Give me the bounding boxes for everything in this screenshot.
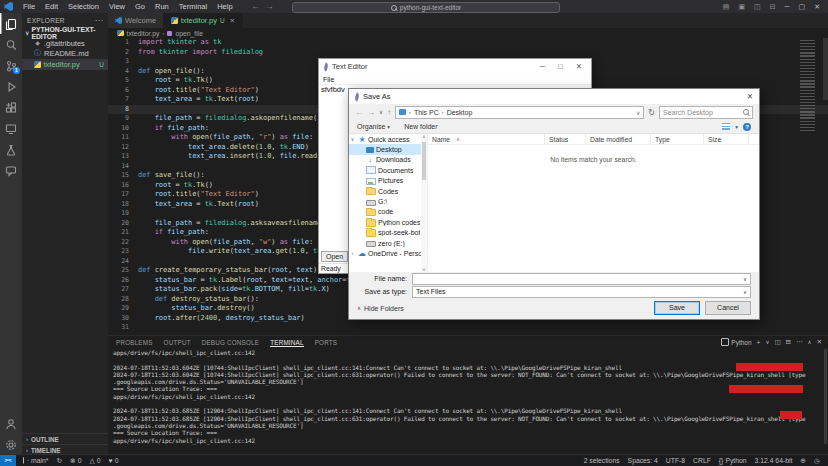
project-root-folder[interactable]: ∨ PYTHON-GUI-TEXT-EDITOR — [22, 27, 108, 38]
expander-icon[interactable]: › — [349, 250, 356, 256]
panel-tab-terminal[interactable]: TERMINAL — [270, 339, 303, 346]
column-size[interactable]: Size — [704, 134, 749, 144]
crumb-desktop[interactable]: Desktop — [447, 109, 473, 116]
help-icon[interactable]: ? — [743, 123, 751, 131]
nav-spot-seek-bot[interactable]: spot-seek-bot — [349, 228, 427, 238]
maximize-panel-icon[interactable]: ∧ — [808, 339, 812, 345]
status-utf-8[interactable]: UTF-8 — [666, 457, 685, 464]
minimap[interactable] — [800, 40, 822, 132]
column-status[interactable]: Status — [545, 134, 586, 144]
nav-desktop[interactable]: Desktop∕ — [349, 144, 427, 154]
close-tab-icon[interactable]: ✕ — [230, 17, 235, 25]
tk-minimize-button[interactable]: ─ — [540, 62, 545, 71]
tab-welcome[interactable]: Welcome — [108, 13, 164, 28]
nav-quick-access[interactable]: ∨★Quick access — [349, 134, 427, 144]
status-3-12-4-64-bit[interactable]: 3.12.4 64-bit — [755, 457, 793, 464]
column-date-modified[interactable]: Date modified — [586, 134, 651, 144]
window-minimize-button[interactable]: ─ — [785, 3, 790, 10]
menu-run[interactable]: Run — [150, 0, 174, 13]
search-icon[interactable] — [0, 34, 22, 55]
cancel-button[interactable]: Cancel — [705, 301, 751, 315]
hide-folders-button[interactable]: ∧ Hide Folders — [357, 305, 404, 312]
chevron-down-icon[interactable]: ∨ — [743, 276, 747, 282]
panel-tab-ports[interactable]: PORTS — [315, 339, 338, 346]
layout-panel-left-icon[interactable]: ▤ — [723, 3, 730, 11]
menu-terminal[interactable]: Terminal — [174, 0, 212, 13]
tk-maximize-button[interactable]: □ — [558, 62, 563, 71]
panel-tab-problems[interactable]: PROBLEMS — [116, 339, 153, 346]
chevron-down-icon[interactable]: ∨ — [765, 339, 769, 345]
back-icon[interactable]: ← — [355, 108, 363, 117]
file-README.md[interactable]: ⓘREADME.md — [22, 49, 108, 60]
view-mode-icon[interactable] — [722, 123, 730, 130]
menu-view[interactable]: View — [104, 0, 130, 13]
nav-onedrive-person[interactable]: ›☁OneDrive - Person — [349, 248, 427, 258]
terminal-output[interactable]: apps/drive/fs/ipc/shell_ipc_client.cc:14… — [113, 349, 820, 455]
layout-panel-right-icon[interactable]: ◫ — [754, 3, 761, 11]
status-warning[interactable]: △0 — [90, 457, 101, 465]
explorer-more-actions-icon[interactable]: ⋯ — [95, 16, 103, 25]
file-.gitattributes[interactable]: ◆.gitattributes — [22, 38, 108, 49]
nav-pictures[interactable]: Pictures∕ — [349, 176, 427, 186]
settings-icon[interactable] — [0, 434, 22, 455]
dialog-file-list[interactable]: Name∧StatusDate modifiedTypeSize No item… — [428, 134, 759, 272]
file-name-input[interactable]: ∨ — [412, 273, 751, 285]
run-debug-icon[interactable] — [0, 76, 22, 97]
outline-section[interactable]: › OUTLINE — [22, 433, 108, 444]
kill-terminal-icon[interactable]: ⊟ — [786, 338, 791, 346]
up-icon[interactable]: ↑ — [387, 108, 391, 117]
expander-icon[interactable]: ∨ — [349, 136, 356, 142]
address-dropdown-icon[interactable]: ∨ — [636, 109, 640, 116]
refresh-icon[interactable]: ↻ — [648, 108, 655, 117]
panel-tab-output[interactable]: OUTPUT — [164, 339, 191, 346]
status-sync[interactable]: ↻ — [56, 457, 62, 465]
history-dropdown-icon[interactable]: ∨ — [379, 109, 383, 115]
organise-menu[interactable]: Organise ▾ — [357, 123, 390, 130]
new-folder-button[interactable]: New folder — [404, 123, 437, 130]
status-branch[interactable]: main* — [22, 457, 48, 465]
menu-help[interactable]: Help — [212, 0, 237, 13]
status-error[interactable]: ⊗0 — [70, 457, 81, 465]
testing-icon[interactable] — [0, 139, 22, 160]
dialog-close-button[interactable]: ✕ — [747, 92, 753, 101]
nav-g-[interactable]: G:\∕ — [349, 196, 427, 206]
remote-explorer-icon[interactable] — [0, 118, 22, 139]
tk-titlebar[interactable]: Text Editor ─ □ ✕ — [319, 59, 591, 74]
view-dropdown-icon[interactable]: ▾ — [735, 124, 738, 130]
more-actions-icon[interactable]: ⋯ — [796, 338, 803, 346]
window-maximize-button[interactable]: ▢ — [799, 3, 806, 11]
remote-indicator[interactable]: >< — [0, 455, 16, 466]
crumb-this-pc[interactable]: This PC — [414, 109, 439, 116]
status-globe[interactable]: ⊕ — [800, 457, 806, 465]
tk-close-button[interactable]: ✕ — [576, 62, 582, 71]
dialog-titlebar[interactable]: Save As ✕ — [349, 89, 759, 104]
close-panel-icon[interactable]: ✕ — [817, 338, 822, 346]
tab-txteditor-py[interactable]: txteditor.pyU✕ — [164, 13, 243, 28]
status-bell[interactable]: ◷ — [814, 457, 820, 465]
save-button[interactable]: Save — [654, 301, 700, 315]
menu-edit[interactable]: Edit — [40, 0, 63, 13]
nav-zero-e-[interactable]: zero (E:) — [349, 238, 427, 248]
nav-codes[interactable]: Codes∕ — [349, 186, 427, 196]
explorer-icon[interactable] — [0, 13, 22, 34]
window-close-button[interactable]: ✕ — [814, 3, 820, 11]
editor-scrollbar[interactable] — [823, 38, 828, 100]
layout-panel-bottom-icon[interactable]: ▣ — [738, 3, 745, 11]
nav-downloads[interactable]: ↓Downloads∕ — [349, 155, 427, 165]
panel-tab-debug-console[interactable]: DEBUG CONSOLE — [202, 339, 260, 346]
nav-python-codes[interactable]: Python codes — [349, 217, 427, 227]
breadcrumb[interactable]: txteditor.py › open_file — [108, 28, 828, 38]
source-control-icon[interactable]: 1 — [0, 55, 22, 76]
account-icon[interactable] — [0, 413, 22, 434]
chevron-down-icon[interactable]: ∨ — [743, 289, 747, 295]
forward-icon[interactable]: → — [367, 108, 375, 117]
status-heart[interactable]: ♥0 — [109, 457, 119, 464]
column-type[interactable]: Type — [651, 134, 704, 144]
status-braces[interactable]: {}Python — [719, 457, 747, 464]
dialog-search-input[interactable]: Search Desktop — [659, 106, 753, 119]
nav-forward-icon[interactable]: → — [266, 2, 274, 11]
nav-code[interactable]: code — [349, 207, 427, 217]
layout-customize-icon[interactable]: ⊟ — [770, 3, 776, 11]
tk-open-button[interactable]: Open — [321, 251, 348, 262]
column-name[interactable]: Name∧ — [428, 134, 545, 144]
